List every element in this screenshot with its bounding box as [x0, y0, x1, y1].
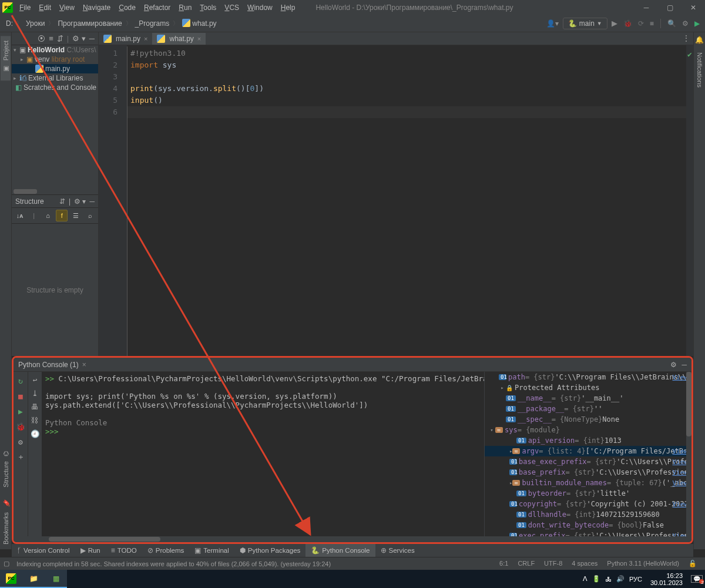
readonly-lock-icon[interactable]: 🔓 [684, 560, 701, 567]
console-tab-close-icon[interactable]: × [82, 361, 86, 369]
var-byteorder[interactable]: 01byteorder = {str} 'little' [485, 488, 691, 499]
var-api-version[interactable]: 01api_version = {int} 1013 [485, 435, 691, 446]
code-line-6[interactable] [130, 106, 686, 118]
bookmarks-tool-tab[interactable]: Bookmarks 🔖 [1, 492, 11, 549]
explorer-task-icon[interactable]: 📁 [22, 570, 45, 588]
new-console-icon[interactable]: ＋ [15, 452, 26, 462]
search-icon[interactable]: 🔍 [666, 18, 678, 29]
console-gear-icon[interactable]: ⚙ [670, 361, 677, 369]
crumb-1[interactable]: Уроки [24, 19, 47, 28]
code-line-1[interactable]: #!python3.10 [130, 48, 686, 59]
run-button[interactable]: ▶ [610, 17, 619, 29]
indent-setting[interactable]: 4 spaces [567, 560, 602, 567]
bottom-tool-run[interactable]: ▶Run [75, 544, 106, 557]
filter-icon[interactable]: | [28, 210, 40, 221]
menu-view[interactable]: View [55, 1, 79, 14]
tab-what.py[interactable]: what.py× [152, 33, 206, 45]
interpreter[interactable]: Python 3.11 (HelloWorld) [602, 560, 684, 567]
code-with-me-icon[interactable]: ▶ [693, 18, 701, 29]
project-tool-tab[interactable]: ▣ Project [1, 36, 11, 80]
menu-code[interactable]: Code [115, 1, 140, 14]
var-Protected-Attributes[interactable]: ▸🔒Protected Attributes [485, 382, 691, 393]
notifications-bell-icon[interactable]: 🔔 [694, 32, 705, 48]
tree-main-py[interactable]: main.py [12, 64, 98, 73]
tray-volume-icon[interactable]: 🔊 [616, 575, 625, 583]
print-icon[interactable]: 🖶 [31, 402, 39, 411]
code-area[interactable]: #!python3.10import sys print(sys.version… [127, 45, 686, 356]
console-line-3[interactable]: sys.path.extend(['C:\\Users\\Professiona… [45, 401, 481, 409]
crumb-3[interactable]: _Programs [133, 19, 172, 28]
structure-collapse-icon[interactable]: | [69, 197, 70, 206]
tray-network-icon[interactable]: 🖧 [605, 576, 612, 583]
console-line-2[interactable]: import sys; print('Python %s on %s' % (s… [45, 392, 481, 401]
line-separator[interactable]: CRLF [513, 560, 539, 567]
bottom-tool-python-console[interactable]: 🐍Python Console [306, 544, 375, 557]
code-line-5[interactable]: input() [130, 95, 686, 106]
settings2-icon[interactable]: ⚙ [15, 436, 26, 447]
tree-venv[interactable]: ▸▣venv library root [12, 55, 98, 64]
tree-ext-lib[interactable]: ▸ℹ⎙External Libraries [12, 73, 98, 83]
console-line-0[interactable]: >> C:\Users\Professional\PycharmProjects… [45, 374, 481, 383]
code-line-2[interactable]: import sys [130, 59, 686, 71]
structure-expand-icon[interactable]: ⇵ [59, 197, 65, 206]
var-path[interactable]: 01path = {str} 'C:\\Program Files\\JetBr… [485, 372, 691, 382]
code-line-3[interactable] [130, 71, 686, 83]
var-dont-write-bytecode[interactable]: 01dont_write_bytecode = {bool} False [485, 520, 691, 530]
stop-icon[interactable]: ■ [15, 391, 26, 401]
scroll-end-icon[interactable]: ⤓ [32, 389, 38, 398]
structure-hide-icon[interactable]: ─ [89, 197, 95, 206]
tray-clock[interactable]: 16:23 30.01.2023 [647, 572, 686, 586]
var---package--[interactable]: 01__package__ = {str} '' [485, 404, 691, 414]
minimize-button[interactable]: ─ [634, 0, 658, 15]
var-argv[interactable]: ▸≔argv = {list: 4} ['C:/Program Files/Je… [485, 446, 691, 456]
menu-edit[interactable]: Edit [35, 1, 55, 14]
variables-scrollbar[interactable] [686, 372, 691, 536]
debug-icon[interactable]: 🐞 [15, 421, 26, 432]
notifications-tab[interactable]: Notifications [695, 48, 704, 92]
console-line-1[interactable] [45, 383, 481, 392]
expand-all-icon[interactable]: ≡ [49, 34, 53, 43]
execute-icon[interactable]: ▶ [15, 406, 26, 416]
project-tree[interactable]: ▾▣HelloWorld C:\Users\ ▸▣venv library ro… [12, 45, 98, 189]
console-line-5[interactable]: Python Console [45, 418, 481, 427]
tab-close-icon[interactable]: × [144, 35, 147, 42]
console-h-scrollbar[interactable] [14, 536, 691, 542]
stop-button[interactable]: ■ [648, 18, 656, 29]
bottom-tool-terminal[interactable]: ▣Terminal [189, 544, 234, 557]
bottom-tool-problems[interactable]: ⊘Problems [142, 544, 190, 557]
select-opened-icon[interactable]: ⦿ [38, 34, 45, 43]
more-run-icon[interactable]: ⟳ [636, 18, 646, 29]
show-inherited-icon[interactable]: ⌂ [42, 210, 54, 221]
menu-window[interactable]: Window [243, 1, 277, 14]
show-lambdas-icon[interactable]: ⌕ [84, 210, 96, 221]
tree-root[interactable]: ▾▣HelloWorld C:\Users\ [12, 45, 98, 55]
var-base-prefix[interactable]: 01base_prefix = {str} 'C:\\Users\\Profes… [485, 467, 691, 478]
variables-panel[interactable]: 01path = {str} 'C:\\Program Files\\JetBr… [484, 372, 691, 536]
crumb-4[interactable]: what.py [180, 19, 219, 28]
crumb-2[interactable]: Программирование [55, 19, 124, 28]
caret-position[interactable]: 6:1 [495, 560, 513, 567]
debug-button[interactable]: 🐞 [622, 18, 634, 29]
menu-refactor[interactable]: Refactor [140, 1, 174, 14]
menu-navigate[interactable]: Navigate [79, 1, 115, 14]
settings-icon[interactable]: ⚙ [680, 18, 690, 29]
menu-help[interactable]: Help [277, 1, 300, 14]
editor-tabs-menu-icon[interactable]: ⋮ [683, 34, 690, 42]
collapse-all-icon[interactable]: ⇵ [57, 34, 63, 43]
tree-scratches[interactable]: ◧Scratches and Console [12, 83, 98, 92]
file-encoding[interactable]: UTF-8 [539, 560, 567, 567]
bottom-tool-python-packages[interactable]: ⬢Python Packages [234, 544, 306, 557]
menu-vcs[interactable]: VCS [220, 1, 243, 14]
menu-tools[interactable]: Tools [196, 1, 220, 14]
soft-wrap-icon[interactable]: ↩ [33, 375, 38, 384]
show-fields-icon[interactable]: f [56, 210, 68, 221]
code-line-4[interactable]: print(sys.version.split()[0]) [130, 83, 686, 95]
structure-tool-tab[interactable]: Structure ⌬ [1, 443, 11, 492]
tab-main.py[interactable]: main.py× [99, 33, 152, 45]
console-line-6[interactable]: >>> [45, 427, 481, 436]
var-dllhandle[interactable]: 01dllhandle = {int} 140721529159680 [485, 509, 691, 520]
history-icon[interactable]: 🕘 [31, 429, 40, 438]
bottom-tool-services[interactable]: ⊕Services [375, 544, 420, 557]
tray-battery-icon[interactable]: 🔋 [592, 575, 600, 583]
var-base-exec-prefix[interactable]: 01base_exec_prefix = {str} 'C:\\Users\\P… [485, 456, 691, 467]
